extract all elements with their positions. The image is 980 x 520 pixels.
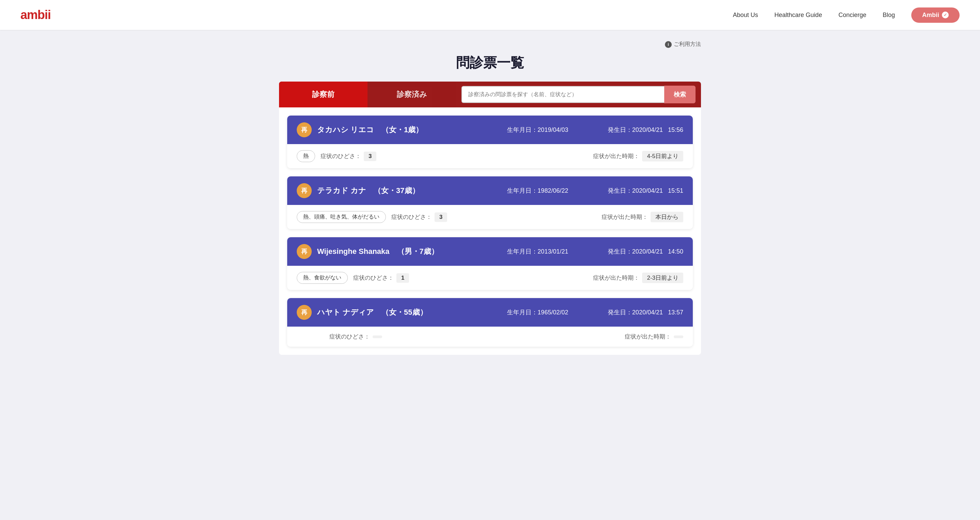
- nav-healthcare[interactable]: Healthcare Guide: [775, 11, 822, 19]
- search-input[interactable]: [461, 86, 664, 103]
- patient-name: テラカド カナ （女・37歳）: [317, 185, 501, 196]
- symptom-tag: 熱: [297, 150, 315, 162]
- cards-container: 再 タカハシ リエコ （女・1歳） 生年月日：2019/04/03 発生日：20…: [279, 108, 701, 355]
- re-badge: 再: [297, 183, 312, 198]
- symptom-tag: 熱、食欲がない: [297, 272, 348, 284]
- nav: About Us Healthcare Guide Concierge Blog…: [733, 8, 959, 23]
- symptom-time: 症状が出た時期：4-5日前より: [593, 151, 683, 162]
- tab-before[interactable]: 診察前: [279, 82, 368, 108]
- search-area: 検索: [456, 82, 701, 108]
- patient-header: 再 タカハシ リエコ （女・1歳） 生年月日：2019/04/03 発生日：20…: [287, 116, 693, 144]
- logo: ambii: [21, 8, 51, 22]
- patient-header: 再 テラカド カナ （女・37歳） 生年月日：1982/06/22 発生日：20…: [287, 176, 693, 205]
- patient-header: 再 ハヤト ナディア （女・55歳） 生年月日：1965/02/02 発生日：2…: [287, 298, 693, 327]
- nav-blog[interactable]: Blog: [883, 11, 895, 19]
- re-badge: 再: [297, 244, 312, 259]
- time-badge: 4-5日前より: [642, 151, 683, 162]
- checkmark-icon: ✓: [942, 11, 949, 18]
- re-badge: 再: [297, 122, 312, 137]
- severity-badge: 3: [364, 152, 376, 161]
- info-icon: i: [665, 41, 672, 48]
- severity: 症状のひどさ：3: [321, 152, 588, 161]
- time-badge: 2-3日前より: [642, 273, 683, 283]
- header: ambii About Us Healthcare Guide Concierg…: [0, 0, 980, 30]
- patient-dob: 生年月日：2019/04/03: [507, 126, 602, 134]
- patient-dob: 生年月日：1982/06/22: [507, 187, 602, 195]
- severity-badge: [372, 335, 382, 338]
- patient-card[interactable]: 再 ハヤト ナディア （女・55歳） 生年月日：1965/02/02 発生日：2…: [287, 298, 693, 347]
- nav-about[interactable]: About Us: [733, 11, 758, 19]
- user-button-label: Ambii: [922, 11, 939, 19]
- patient-date: 発生日：2020/04/21 15:56: [608, 126, 683, 134]
- patient-card[interactable]: 再 Wijesinghe Shanaka （男・7歳） 生年月日：2013/01…: [287, 237, 693, 290]
- time-badge: [674, 335, 683, 338]
- tab-done[interactable]: 診察済み: [368, 82, 456, 108]
- nav-concierge[interactable]: Concierge: [838, 11, 866, 19]
- patient-dob: 生年月日：1965/02/02: [507, 308, 602, 316]
- severity-badge: 3: [434, 212, 447, 222]
- severity: 症状のひどさ：3: [391, 212, 596, 222]
- page-title: 問診票一覧: [279, 53, 701, 72]
- severity: 症状のひどさ：: [329, 333, 619, 341]
- patient-date: 発生日：2020/04/21 15:51: [608, 187, 683, 195]
- patient-details: 熱、頭痛、吐き気、体がだるい 症状のひどさ：3 症状が出た時期：本日から: [287, 205, 693, 229]
- user-button[interactable]: Ambii ✓: [911, 8, 959, 23]
- patient-card[interactable]: 再 テラカド カナ （女・37歳） 生年月日：1982/06/22 発生日：20…: [287, 176, 693, 229]
- symptom-time: 症状が出た時期：2-3日前より: [593, 273, 683, 283]
- patient-date: 発生日：2020/04/21 14:50: [608, 247, 683, 255]
- patient-name: タカハシ リエコ （女・1歳）: [317, 125, 501, 135]
- patient-details: 症状のひどさ： 症状が出た時期：: [287, 327, 693, 347]
- time-badge: 本日から: [651, 212, 683, 222]
- symptom-time: 症状が出た時期：: [625, 333, 683, 341]
- patient-details: 熱、食欲がない 症状のひどさ：1 症状が出た時期：2-3日前より: [287, 266, 693, 290]
- search-button[interactable]: 検索: [664, 86, 695, 103]
- patient-date: 発生日：2020/04/21 13:57: [608, 308, 683, 316]
- tabs-bar: 診察前 診察済み 検索: [279, 82, 701, 108]
- re-badge: 再: [297, 305, 312, 320]
- patient-header: 再 Wijesinghe Shanaka （男・7歳） 生年月日：2013/01…: [287, 237, 693, 266]
- patient-name: Wijesinghe Shanaka （男・7歳）: [317, 246, 501, 257]
- main-content: i ご利用方法 問診票一覧 診察前 診察済み 検索 再 タカハシ リエコ （女・…: [266, 30, 714, 366]
- severity-badge: 1: [396, 273, 409, 283]
- patient-card[interactable]: 再 タカハシ リエコ （女・1歳） 生年月日：2019/04/03 発生日：20…: [287, 116, 693, 168]
- patient-dob: 生年月日：2013/01/21: [507, 247, 602, 255]
- usage-hint[interactable]: i ご利用方法: [279, 41, 701, 48]
- symptom-tag: 熱、頭痛、吐き気、体がだるい: [297, 211, 386, 223]
- severity: 症状のひどさ：1: [353, 273, 588, 283]
- usage-hint-text: ご利用方法: [674, 41, 701, 48]
- patient-name: ハヤト ナディア （女・55歳）: [317, 307, 501, 317]
- patient-details: 熱 症状のひどさ：3 症状が出た時期：4-5日前より: [287, 144, 693, 168]
- symptom-time: 症状が出た時期：本日から: [601, 212, 683, 222]
